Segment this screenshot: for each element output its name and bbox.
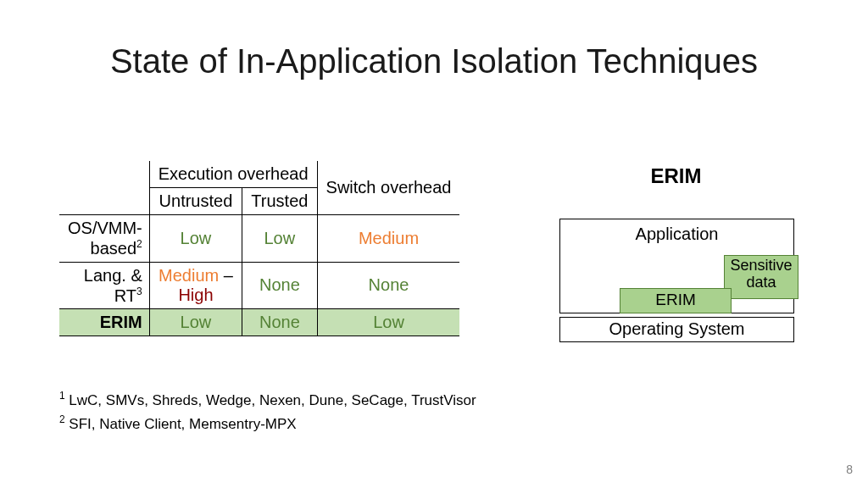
erim-switch: Low <box>317 309 459 336</box>
lang-trusted: None <box>242 262 317 309</box>
header-untrusted: Untrusted <box>149 188 242 215</box>
application-box: Application Sensitivedata ERIM <box>559 219 794 313</box>
erim-trusted: None <box>242 309 317 336</box>
lang-untrusted: Medium – High <box>149 262 242 309</box>
sensitive-data-box: Sensitivedata <box>724 255 798 299</box>
erim-box: ERIM <box>620 288 732 313</box>
row-osvmm-label: OS/VMM- based2 <box>59 215 149 263</box>
slide-title: State of In-Application Isolation Techni… <box>0 42 868 80</box>
page-number: 8 <box>846 463 853 476</box>
osvmm-switch: Medium <box>317 215 459 263</box>
os-box: Operating System <box>559 317 794 342</box>
header-switch: Switch overhead <box>317 161 459 215</box>
row-lang-label: Lang. & RT3 <box>59 262 149 309</box>
lang-switch: None <box>317 262 459 309</box>
header-trusted: Trusted <box>242 188 317 215</box>
diagram-title: ERIM <box>559 164 793 188</box>
erim-untrusted: Low <box>149 309 242 336</box>
application-label: Application <box>560 225 793 244</box>
header-exec: Execution overhead <box>149 161 317 188</box>
osvmm-untrusted: Low <box>149 215 242 263</box>
footnotes: 1 LwC, SMVs, Shreds, Wedge, Nexen, Dune,… <box>59 388 476 435</box>
row-erim-label: ERIM <box>59 309 149 336</box>
comparison-table: Execution overhead Switch overhead Untru… <box>59 161 459 336</box>
osvmm-trusted: Low <box>242 215 317 263</box>
